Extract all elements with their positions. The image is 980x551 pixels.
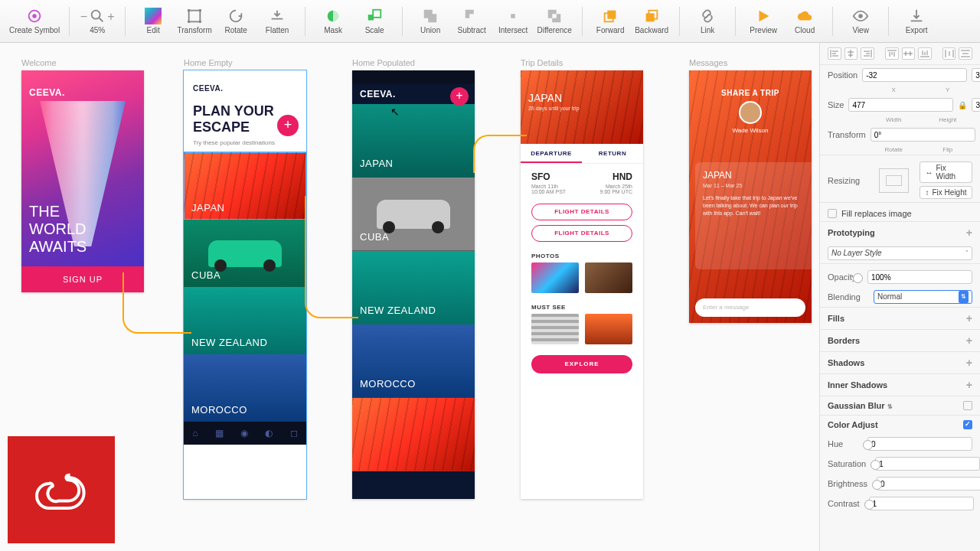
zoom-out-icon[interactable]: − bbox=[80, 10, 87, 24]
add-fab: + bbox=[450, 87, 469, 106]
creative-cloud-logo bbox=[8, 436, 115, 543]
align-hcenter-icon[interactable] bbox=[844, 47, 858, 60]
opacity-field[interactable] bbox=[867, 270, 972, 284]
brand-logo: CEEVA. bbox=[29, 87, 65, 98]
hue-field[interactable] bbox=[867, 437, 972, 451]
position-y-field[interactable] bbox=[972, 68, 980, 82]
fix-height-button[interactable]: ↕Fix Height bbox=[920, 186, 972, 199]
add-shadow-icon[interactable]: + bbox=[966, 357, 972, 369]
saturation-field[interactable] bbox=[875, 457, 980, 471]
canvas[interactable]: Welcome CEEVA. THE WORLD AWAITS SIGN UP … bbox=[0, 43, 819, 551]
align-controls[interactable] bbox=[820, 43, 980, 65]
distribute-h-icon[interactable] bbox=[942, 47, 956, 60]
phone-welcome: CEEVA. THE WORLD AWAITS SIGN UP bbox=[21, 70, 144, 292]
layer-style-select[interactable]: No Layer Style˅ bbox=[828, 246, 972, 260]
mask-button[interactable]: Mask bbox=[315, 8, 351, 34]
prototyping-section: Prototyping bbox=[828, 228, 875, 237]
distribute-v-icon[interactable] bbox=[959, 47, 972, 60]
user-name: Wade Wilson bbox=[689, 127, 812, 134]
svg-point-4 bbox=[188, 9, 191, 12]
shadows-section: Shadows bbox=[828, 358, 864, 367]
artboard-welcome[interactable]: Welcome CEEVA. THE WORLD AWAITS SIGN UP bbox=[21, 58, 144, 292]
rotate-button[interactable]: Rotate bbox=[217, 8, 254, 34]
prototype-link bbox=[473, 135, 527, 173]
backward-button[interactable]: Backward bbox=[633, 8, 670, 34]
chevron-updown-icon[interactable]: ⇅ bbox=[887, 403, 893, 410]
export-button[interactable]: Export bbox=[898, 8, 935, 34]
fills-section: Fills bbox=[828, 314, 844, 323]
fill-replaces-checkbox[interactable] bbox=[828, 209, 837, 218]
add-prototyping-icon[interactable]: + bbox=[966, 227, 972, 239]
phone-home-populated: CEEVA. + ↖ JAPAN CUBA NEW ZEALAND MOROCC… bbox=[352, 70, 475, 499]
artboard-messages[interactable]: Messages SHARE A TRIP Wade Wilson JAPAN … bbox=[689, 58, 812, 323]
nav-grid-icon: ▦ bbox=[215, 428, 224, 439]
artboard-home-populated[interactable]: Home Populated CEEVA. + ↖ JAPAN CUBA NEW… bbox=[352, 58, 475, 499]
svg-point-19 bbox=[858, 14, 863, 18]
brand-logo: CEEVA. bbox=[360, 89, 396, 99]
add-inner-shadow-icon[interactable]: + bbox=[966, 379, 972, 391]
section-mustsee: MUST SEE bbox=[521, 298, 643, 312]
intersect-button[interactable]: Intersect bbox=[495, 8, 531, 34]
gaussian-checkbox[interactable] bbox=[963, 401, 972, 410]
dest-card-morocco: MOROCCO bbox=[352, 324, 475, 398]
color-adjust-checkbox[interactable] bbox=[963, 420, 972, 429]
scale-button[interactable]: Scale bbox=[356, 8, 393, 34]
flight-details-button: FLIGHT DETAILS bbox=[531, 204, 632, 220]
add-fill-icon[interactable]: + bbox=[966, 312, 972, 324]
borders-section: Borders bbox=[828, 336, 860, 345]
zoom-in-icon[interactable]: + bbox=[107, 10, 114, 24]
svg-point-1 bbox=[32, 14, 37, 18]
svg-point-5 bbox=[199, 9, 202, 12]
edit-button[interactable]: Edit bbox=[135, 8, 172, 34]
zoom-control[interactable]: − + 45% bbox=[79, 8, 116, 34]
tab-departure: DEPARTURE bbox=[521, 144, 582, 163]
svg-rect-13 bbox=[428, 14, 436, 22]
dest-card-japan: JAPAN bbox=[184, 152, 306, 220]
artboard-trip-details[interactable]: Trip Details JAPAN 28 days until your tr… bbox=[521, 58, 643, 499]
dest-card-extra bbox=[352, 398, 475, 471]
preview-button[interactable]: Preview bbox=[745, 8, 782, 34]
width-field[interactable] bbox=[848, 98, 953, 112]
dest-card-nz: NEW ZEALAND bbox=[184, 287, 306, 354]
contrast-field[interactable] bbox=[869, 497, 974, 510]
flatten-button[interactable]: Flatten bbox=[259, 8, 296, 34]
cursor-icon: ↖ bbox=[390, 106, 400, 118]
welcome-headline: THE WORLD AWAITS bbox=[29, 203, 87, 256]
cloud-button[interactable]: Cloud bbox=[786, 8, 823, 34]
gaussian-section: Gaussian Blur bbox=[828, 401, 885, 410]
transform-button[interactable]: Transform bbox=[176, 8, 213, 34]
align-vcenter-icon[interactable] bbox=[902, 47, 916, 60]
avatar bbox=[739, 101, 762, 124]
artboard-label: Welcome bbox=[21, 58, 144, 67]
position-x-field[interactable] bbox=[862, 68, 967, 82]
forward-button[interactable]: Forward bbox=[592, 8, 629, 34]
artboard-label: Messages bbox=[689, 58, 812, 67]
lock-icon[interactable]: 🔒 bbox=[958, 101, 967, 109]
create-symbol-button[interactable]: Create Symbol bbox=[9, 8, 60, 34]
svg-point-2 bbox=[92, 11, 100, 19]
align-left-icon[interactable] bbox=[828, 47, 841, 60]
svg-rect-15 bbox=[607, 11, 616, 19]
svg-rect-9 bbox=[333, 11, 338, 22]
align-top-icon[interactable] bbox=[885, 47, 899, 60]
link-button[interactable]: Link bbox=[689, 8, 726, 34]
fill-replaces-label: Fill replaces image bbox=[841, 209, 912, 218]
height-field[interactable] bbox=[972, 98, 980, 112]
fix-width-button[interactable]: ↔Fix Width bbox=[920, 161, 972, 183]
align-bottom-icon[interactable] bbox=[918, 47, 932, 60]
add-fab: + bbox=[277, 115, 299, 136]
difference-button[interactable]: Difference bbox=[536, 8, 573, 34]
brightness-field[interactable] bbox=[877, 477, 980, 491]
union-button[interactable]: Union bbox=[412, 8, 449, 34]
rotate-field[interactable] bbox=[871, 128, 975, 142]
trip-tabs: DEPARTURE RETURN bbox=[521, 144, 643, 164]
resizing-constraints[interactable] bbox=[879, 168, 909, 193]
artboard-home-empty[interactable]: Home Empty CEEVA. PLAN YOUR ESCAPE + Try… bbox=[184, 58, 306, 499]
align-right-icon[interactable] bbox=[861, 47, 874, 60]
blending-select[interactable]: Normal⇅ bbox=[874, 290, 972, 304]
subtract-button[interactable]: Subtract bbox=[453, 8, 490, 34]
phone-trip-details: JAPAN 28 days until your trip DEPARTURE … bbox=[521, 70, 643, 499]
add-border-icon[interactable]: + bbox=[966, 334, 972, 347]
view-button[interactable]: View bbox=[842, 8, 879, 34]
nav-user-icon: ◐ bbox=[265, 428, 273, 439]
